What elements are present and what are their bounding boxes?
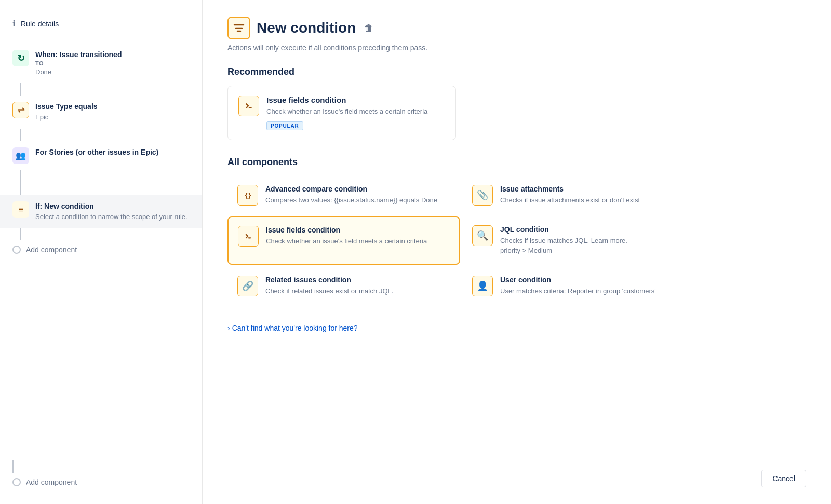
add-circle-icon (12, 246, 21, 254)
sidebar-item-header: ↻ When: Issue transitioned TO Done (12, 50, 190, 77)
fields-icon (243, 100, 254, 112)
comp-content: Advanced compare condition Compares two … (265, 185, 450, 206)
comp-title: User condition (500, 276, 685, 284)
sidebar-item-new-condition[interactable]: ≡ If: New condition Select a condition t… (0, 195, 202, 228)
jql-icon: 🔍 (472, 225, 493, 246)
sidebar-item-title: For Stories (or other issues in Epic) (35, 147, 190, 158)
connector-line (20, 170, 21, 183)
sidebar-item-header: ≡ If: New condition Select a condition t… (12, 201, 190, 222)
sidebar-item-issue-type[interactable]: ⇌ Issue Type equals Epic (0, 96, 202, 129)
sidebar-divider (12, 39, 190, 39)
connector-line (20, 183, 21, 195)
add-circle-icon-bottom (12, 478, 21, 486)
filter-icon (233, 22, 245, 34)
recommended-card-content: Issue fields condition Check whether an … (266, 96, 445, 130)
comp-desc: Checks if issue matches JQL. Learn more.… (500, 236, 685, 256)
fields-condition-icon (243, 231, 253, 241)
recommended-card-title: Issue fields condition (266, 96, 445, 104)
sidebar-item-desc: Select a condition to narrow the scope o… (35, 212, 190, 222)
sidebar-item-title: When: Issue transitioned (35, 50, 190, 60)
sidebar-item-header: ⇌ Issue Type equals Epic (12, 102, 190, 122)
user-condition-icon: 👤 (472, 276, 493, 296)
recommended-card-desc: Check whether an issue's field meets a c… (266, 106, 445, 117)
component-card-related-issues[interactable]: 🔗 Related issues condition Check if rela… (227, 267, 460, 305)
new-condition-icon-box: ≡ (12, 201, 29, 218)
comp-content: Issue attachments Checks if issue attach… (500, 185, 685, 206)
add-component-label: Add component (26, 246, 77, 254)
popular-badge: POPULAR (266, 121, 303, 130)
chevron-right-icon: › (227, 324, 230, 332)
issue-type-icon-box: ⇌ (12, 102, 29, 118)
comp-content: User condition User matches criteria: Re… (500, 276, 685, 296)
advanced-compare-icon: { } (237, 185, 258, 206)
sidebar-item-title: If: New condition (35, 201, 190, 212)
main-subtitle: Actions will only execute if all conditi… (227, 44, 806, 52)
comp-desc: Check if related issues exist or match J… (265, 286, 450, 296)
component-card-jql[interactable]: 🔍 JQL condition Checks if issue matches … (462, 216, 695, 265)
comp-desc: Checks if issue attachments exist or don… (500, 195, 685, 206)
comp-title: Advanced compare condition (265, 185, 450, 193)
issue-attachments-icon: 📎 (472, 185, 493, 206)
comp-desc: Compares two values: {{issue.status.name… (265, 195, 450, 206)
sidebar: ℹ Rule details ↻ When: Issue transitione… (0, 0, 203, 504)
comp-title: Issue attachments (500, 185, 685, 193)
recommended-section-title: Recommended (227, 66, 806, 77)
connector-line (20, 83, 21, 96)
sidebar-item-content: If: New condition Select a condition to … (35, 201, 190, 222)
sidebar-item-title: Issue Type equals (35, 102, 190, 112)
recommended-card-icon (238, 96, 259, 116)
sidebar-item-content: Issue Type equals Epic (35, 102, 190, 122)
component-card-issue-attachments[interactable]: 📎 Issue attachments Checks if issue atta… (462, 176, 695, 214)
transition-icon-box: ↻ (12, 50, 29, 66)
rule-details-label: Rule details (21, 20, 59, 28)
connector-line (20, 228, 21, 240)
comp-title: JQL condition (500, 225, 685, 234)
for-stories-icon-box: 👥 (12, 147, 29, 164)
comp-title: Related issues condition (265, 276, 450, 284)
comp-content: JQL condition Checks if issue matches JQ… (500, 225, 685, 256)
sidebar-rule-details[interactable]: ℹ Rule details (0, 12, 202, 35)
comp-content: Related issues condition Check if relate… (265, 276, 450, 296)
main-icon (227, 17, 250, 39)
issue-fields-icon (238, 226, 259, 247)
page-title: New condition (257, 20, 356, 36)
connector-line-bottom (12, 460, 14, 473)
trash-icon[interactable]: 🗑 (364, 23, 373, 34)
connector-line (20, 129, 21, 141)
add-component-bottom-label: Add component (26, 478, 77, 486)
comp-desc: Check whether an issue's field meets a c… (266, 236, 450, 247)
component-card-advanced-compare[interactable]: { } Advanced compare condition Compares … (227, 176, 460, 214)
component-card-user-condition[interactable]: 👤 User condition User matches criteria: … (462, 267, 695, 305)
sidebar-item-content: For Stories (or other issues in Epic) (35, 147, 190, 158)
cancel-button[interactable]: Cancel (761, 470, 806, 487)
sidebar-item-header: 👥 For Stories (or other issues in Epic) (12, 147, 190, 164)
sidebar-item-desc: Epic (35, 113, 190, 122)
component-card-issue-fields[interactable]: Issue fields condition Check whether an … (227, 216, 460, 265)
main-header: New condition 🗑 (227, 17, 806, 39)
cant-find-label: Can't find what you're looking for here? (232, 324, 358, 332)
main-content: New condition 🗑 Actions will only execut… (203, 0, 831, 504)
sidebar-item-sub: TO (35, 60, 190, 66)
sidebar-item-desc: Done (35, 67, 190, 77)
cant-find-link[interactable]: › Can't find what you're looking for her… (227, 324, 806, 332)
sidebar-item-for-stories[interactable]: 👥 For Stories (or other issues in Epic) (0, 141, 202, 170)
comp-title: Issue fields condition (266, 226, 450, 234)
components-grid: { } Advanced compare condition Compares … (227, 176, 695, 305)
sidebar-item-when-transition[interactable]: ↻ When: Issue transitioned TO Done (0, 44, 202, 83)
comp-content: Issue fields condition Check whether an … (266, 226, 450, 247)
sidebar-item-content: When: Issue transitioned TO Done (35, 50, 190, 77)
info-icon: ℹ (12, 19, 16, 29)
add-component-inner[interactable]: Add component (0, 240, 202, 259)
recommended-card[interactable]: Issue fields condition Check whether an … (227, 86, 456, 140)
all-components-section-title: All components (227, 157, 806, 168)
comp-desc: User matches criteria: Reporter in group… (500, 286, 685, 296)
add-component-bottom[interactable]: Add component (0, 473, 202, 492)
related-issues-icon: 🔗 (237, 276, 258, 296)
